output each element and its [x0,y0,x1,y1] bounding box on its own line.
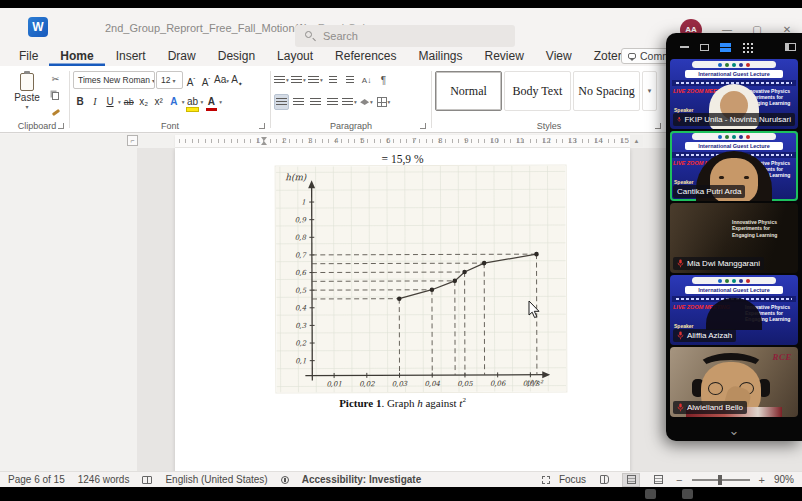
gallery-view-icon[interactable] [742,42,753,53]
tab-layout[interactable]: Layout [266,46,324,66]
zoom-level[interactable]: 90% [774,474,794,485]
font-size-select[interactable]: 12 ▾ [156,71,183,89]
paste-dropdown-icon[interactable]: ▾ [10,103,44,110]
taskbar-icon[interactable] [645,489,656,499]
participant-tile-mia-dwi-manggarani[interactable]: Innovative Physics Experiments for Engag… [670,203,798,273]
cut-button[interactable]: ✂ [48,72,63,86]
tab-insert[interactable]: Insert [105,46,157,66]
paragraph-launcher[interactable] [420,123,426,129]
font-launcher[interactable] [259,123,265,129]
accessibility-status[interactable]: Accessibility: Investigate [302,474,422,485]
page-indicator[interactable]: Page 6 of 15 [8,474,65,485]
word-logo-icon[interactable]: W [28,17,48,37]
zoom-out-button[interactable]: − [676,474,682,486]
shading-icon [360,99,369,105]
tab-home[interactable]: Home [49,46,104,66]
indent-marker[interactable] [261,137,268,145]
read-mode-button[interactable] [595,473,613,487]
tab-references[interactable]: References [324,46,407,66]
participant-tile-alwielland-bello[interactable]: RCEAlwielland Bello [670,347,798,417]
banner-logos [692,133,776,140]
styles-gallery-scroll[interactable]: ▾ [642,71,657,111]
bullets-button[interactable]: ▾ [274,72,289,88]
styles-group-label: Styles [435,121,663,131]
speaker-view-icon[interactable] [700,44,709,51]
style-body-text[interactable]: Body Text [504,71,571,111]
underline-button[interactable]: U [103,94,117,110]
highlight-button[interactable]: ab [186,94,200,110]
style-normal[interactable]: Normal [435,71,502,111]
font-color-dropdown-icon[interactable]: ▾ [219,99,222,105]
active-view-icon[interactable] [720,43,731,52]
style-no-spacing[interactable]: No Spacing [573,71,640,111]
shrink-font-button[interactable]: Aˇ [199,72,213,88]
numbering-button[interactable]: ▾ [291,72,306,88]
shading-button[interactable]: ▾ [359,94,374,110]
horizontal-ruler[interactable]: 123456789101112131415 [175,135,630,147]
italic-button[interactable]: I [88,94,102,110]
taskbar-icon[interactable] [682,489,693,499]
strikethrough-button[interactable]: ab [122,94,136,110]
document-page[interactable]: = 15,9 % h(m)t²/s²0,10,20,30,40,50,60,70… [175,148,630,479]
banner-lecture-title: International Guest Lecture [685,142,783,150]
meeting-panel[interactable]: International Guest LectureLIVE ZOOM MEE… [666,33,802,441]
grow-font-button[interactable]: Aˆ [184,72,198,88]
zoom-slider[interactable] [692,479,750,481]
decrease-indent-button[interactable] [325,72,340,88]
svg-text:0,1: 0,1 [295,357,306,365]
proofing-icon[interactable] [142,476,152,484]
styles-launcher[interactable] [655,123,661,129]
paste-button[interactable]: Paste ▾ [10,71,44,119]
search-input[interactable]: Search [295,25,515,47]
sort-button[interactable]: A↓ [359,72,374,88]
align-right-button[interactable] [308,94,323,110]
participant-tile-aliffia-azizah[interactable]: International Guest LectureLIVE ZOOM MEE… [670,275,798,345]
tab-design[interactable]: Design [207,46,266,66]
justify-button[interactable] [325,94,340,110]
focus-button[interactable]: Focus [559,474,586,485]
scrollbar-up-arrow[interactable]: ▲ [630,135,643,147]
font-family-select[interactable]: Times New Roman ▾ [73,71,155,89]
participant-tile-fkip-unila-novinta-nurulsari[interactable]: International Guest LectureLIVE ZOOM MEE… [670,59,798,129]
change-case-button[interactable]: Aa▾ [214,72,229,88]
line-spacing-icon [342,98,353,107]
line-spacing-button[interactable]: ▾ [342,94,357,110]
tab-mailings[interactable]: Mailings [407,46,473,66]
figure-graph[interactable]: h(m)t²/s²0,10,20,30,40,50,60,70,80,910,0… [275,164,568,393]
tab-selector[interactable]: ⌐ [127,135,138,146]
participant-tile-cantika-putri-arda[interactable]: International Guest LectureLIVE ZOOM MEE… [670,131,798,201]
print-layout-button[interactable] [622,473,640,487]
clipboard-launcher[interactable] [58,123,64,129]
participant-name: Mia Dwi Manggarani [687,259,760,268]
tab-draw[interactable]: Draw [157,46,207,66]
text-effects-dropdown-icon[interactable]: ▾ [182,99,185,105]
superscript-button[interactable]: x² [152,94,166,110]
minimize-video-icon[interactable] [680,46,689,48]
popout-icon[interactable] [785,43,796,51]
align-center-icon [293,98,304,107]
clear-formatting-button[interactable]: A✦ [230,72,244,88]
increase-indent-button[interactable] [342,72,357,88]
word-count[interactable]: 1246 words [78,474,130,485]
copy-button[interactable] [48,88,63,102]
align-center-button[interactable] [291,94,306,110]
tab-view[interactable]: View [535,46,583,66]
show-paragraph-marks-button[interactable]: ¶ [376,72,391,88]
underline-dropdown-icon[interactable]: ▾ [118,99,121,105]
tab-review[interactable]: Review [474,46,535,66]
align-left-button[interactable] [274,94,289,110]
bold-button[interactable]: B [73,94,87,110]
highlight-dropdown-icon[interactable]: ▾ [201,99,204,105]
format-painter-button[interactable] [48,104,63,118]
zoom-in-button[interactable]: + [759,474,765,486]
zoom-slider-thumb[interactable] [718,475,722,485]
tab-file[interactable]: File [8,46,49,66]
language-indicator[interactable]: English (United States) [165,474,267,485]
text-effects-button[interactable]: A [167,94,181,110]
subscript-button[interactable]: x₂ [137,94,151,110]
borders-button[interactable]: ▾ [376,94,391,110]
font-color-button[interactable]: A [204,94,218,110]
web-layout-button[interactable] [649,473,667,487]
collapse-chevron-icon[interactable]: ⌄ [666,425,802,436]
multilevel-list-button[interactable]: ▾ [308,72,323,88]
